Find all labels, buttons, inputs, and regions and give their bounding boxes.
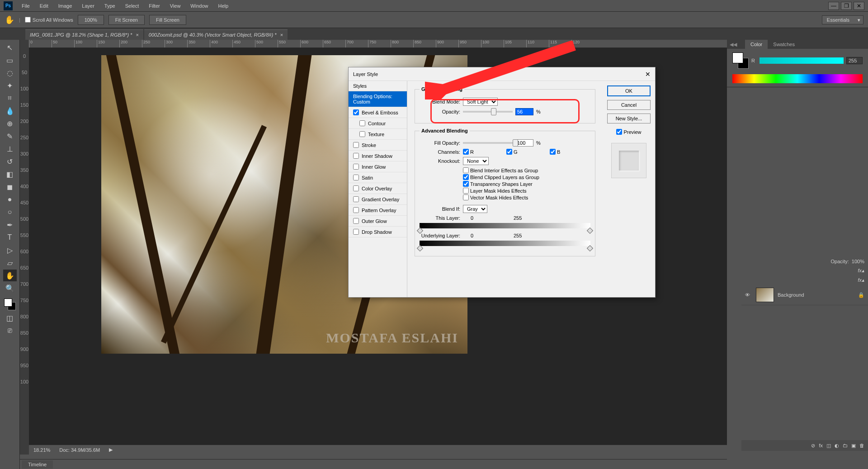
menu-help[interactable]: Help [213, 1, 233, 10]
collapse-icon[interactable]: ◀◀ [730, 42, 737, 47]
layer-row[interactable]: 👁 Background 🔒 [741, 285, 868, 305]
knockout-dropdown[interactable]: None [463, 157, 489, 165]
color-swatch-icon[interactable] [3, 298, 17, 311]
style-item[interactable]: Satin [349, 172, 407, 183]
adjustment-icon[interactable]: ◐ [835, 443, 839, 449]
brush-tool-icon[interactable]: ✎ [3, 130, 17, 142]
new-layer-icon[interactable]: ▣ [851, 443, 856, 449]
tab-close-icon[interactable]: × [280, 32, 283, 38]
tab-timeline[interactable]: Timeline [22, 460, 53, 469]
pen-tool-icon[interactable]: ✒ [3, 219, 17, 231]
blend-mode-dropdown[interactable]: Soft Light [463, 98, 498, 106]
styles-header[interactable]: Styles [349, 81, 407, 91]
adv-option-checkbox[interactable]: Layer Mask Hides Effects [463, 188, 590, 194]
style-item[interactable]: Pattern Overlay [349, 205, 407, 216]
menu-layer[interactable]: Layer [77, 1, 99, 10]
crop-tool-icon[interactable]: ⌗ [3, 92, 17, 104]
minimize-button[interactable]: — [828, 2, 839, 10]
fx-badge[interactable]: fx [858, 268, 862, 274]
style-item[interactable]: Gradient Overlay [349, 194, 407, 205]
hand-tool-icon[interactable]: ✋ [3, 270, 17, 281]
mask-icon[interactable]: ◫ [826, 443, 831, 449]
panel-color-swatch-icon[interactable] [732, 52, 749, 69]
path-select-icon[interactable]: ▷ [3, 244, 17, 256]
r-slider[interactable] [760, 57, 844, 64]
history-brush-icon[interactable]: ↺ [3, 156, 17, 167]
dialog-close-icon[interactable]: ✕ [645, 71, 651, 78]
style-item[interactable]: Inner Shadow [349, 151, 407, 161]
move-tool-icon[interactable]: ↖ [3, 42, 17, 53]
wand-tool-icon[interactable]: ✦ [3, 80, 17, 91]
style-item[interactable]: Texture [349, 129, 407, 140]
tab-swatches[interactable]: Swatches [768, 40, 800, 49]
heal-tool-icon[interactable]: ⊕ [3, 118, 17, 129]
layer-opacity-value[interactable]: 100% [852, 259, 864, 264]
visibility-icon[interactable]: 👁 [745, 292, 752, 298]
eraser-tool-icon[interactable]: ◧ [3, 168, 17, 180]
document-tab[interactable]: IMG_0081.JPG @ 18.2% (Shape 1, RGB/8*) *… [25, 29, 143, 40]
opacity-slider[interactable] [463, 111, 513, 113]
fit-screen-button[interactable]: Fit Screen [108, 15, 145, 25]
adv-option-checkbox[interactable]: Vector Mask Hides Effects [463, 194, 590, 200]
fill-opacity-input[interactable] [515, 139, 533, 147]
menu-select[interactable]: Select [121, 1, 144, 10]
lasso-tool-icon[interactable]: ◌ [3, 67, 17, 79]
style-item[interactable]: Contour [349, 118, 407, 129]
tab-close-icon[interactable]: × [136, 32, 138, 38]
blending-options-item[interactable]: Blending Options: Custom [349, 91, 407, 107]
channel-b-checkbox[interactable]: B [550, 149, 590, 155]
menu-filter[interactable]: Filter [144, 1, 164, 10]
workspace-dropdown[interactable]: Essentials [822, 15, 863, 24]
shape-tool-icon[interactable]: ▱ [3, 257, 17, 269]
r-value-input[interactable] [846, 57, 863, 64]
menu-type[interactable]: Type [100, 1, 120, 10]
underlying-layer-gradient[interactable] [420, 241, 590, 246]
style-item[interactable]: Inner Glow [349, 161, 407, 172]
folder-icon[interactable]: 🗀 [843, 443, 848, 448]
dialog-titlebar[interactable]: Layer Style ✕ [349, 67, 655, 81]
channel-r-checkbox[interactable]: R [463, 149, 504, 155]
blur-tool-icon[interactable]: ● [3, 194, 17, 205]
style-item[interactable]: Drop Shadow [349, 227, 407, 237]
menu-file[interactable]: File [17, 1, 34, 10]
tab-color[interactable]: Color [745, 40, 768, 49]
new-style-button[interactable]: New Style... [607, 114, 651, 123]
quickmask-icon[interactable]: ◫ [3, 312, 17, 324]
menu-edit[interactable]: Edit [35, 1, 53, 10]
zoom-tool-icon[interactable]: 🔍 [3, 282, 17, 294]
menu-window[interactable]: Window [186, 1, 212, 10]
zoom-readout[interactable]: 18.21% [33, 447, 50, 453]
lock-icon[interactable]: 🔒 [858, 292, 864, 298]
stamp-tool-icon[interactable]: ⊥ [3, 143, 17, 155]
cancel-button[interactable]: Cancel [607, 100, 651, 110]
adv-option-checkbox[interactable]: Blend Clipped Layers as Group [463, 174, 590, 180]
zoom-100-button[interactable]: 100% [78, 15, 104, 25]
menu-image[interactable]: Image [54, 1, 77, 10]
opacity-input[interactable] [515, 108, 533, 115]
type-tool-icon[interactable]: T [3, 232, 17, 243]
this-layer-gradient[interactable] [420, 223, 590, 228]
close-button[interactable]: ✕ [854, 2, 864, 10]
blend-if-dropdown[interactable]: Gray [463, 205, 487, 213]
restore-button[interactable]: ❐ [841, 2, 852, 10]
status-arrow-icon[interactable]: ▶ [109, 447, 113, 453]
preview-checkbox[interactable]: Preview [616, 129, 641, 135]
spectrum-bar[interactable] [732, 74, 863, 83]
hand-tool-icon[interactable]: ✋ [5, 15, 14, 25]
style-item[interactable]: Color Overlay [349, 183, 407, 194]
scroll-all-checkbox[interactable]: Scroll All Windows [25, 17, 73, 23]
style-item[interactable]: Bevel & Emboss [349, 107, 407, 118]
link-icon[interactable]: ⊘ [811, 443, 815, 449]
trash-icon[interactable]: 🗑 [859, 443, 864, 448]
gradient-tool-icon[interactable]: ◼ [3, 181, 17, 193]
marquee-tool-icon[interactable]: ▭ [3, 54, 17, 66]
adv-option-checkbox[interactable]: Blend Interior Effects as Group [463, 167, 590, 173]
menu-view[interactable]: View [165, 1, 185, 10]
adv-option-checkbox[interactable]: Transparency Shapes Layer [463, 181, 590, 187]
fill-screen-button[interactable]: Fill Screen [149, 15, 186, 25]
style-item[interactable]: Outer Glow [349, 216, 407, 227]
eyedropper-tool-icon[interactable]: 💧 [3, 105, 17, 117]
ok-button[interactable]: OK [607, 85, 651, 96]
fx-icon[interactable]: fx [819, 443, 823, 448]
screen-mode-icon[interactable]: ⎚ [3, 325, 17, 336]
